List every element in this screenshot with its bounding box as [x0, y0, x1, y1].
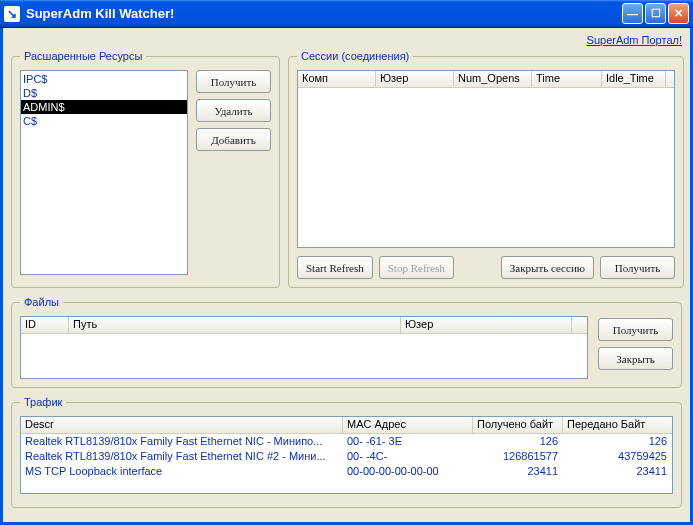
- traffic-body: Realtek RTL8139/810x Family Fast Etherne…: [21, 434, 672, 493]
- table-row: Realtek RTL8139/810x Family Fast Etherne…: [21, 434, 672, 449]
- col-descr[interactable]: Descr: [21, 417, 343, 433]
- close-button[interactable]: ✕: [668, 3, 689, 24]
- col-spacer: [666, 71, 674, 87]
- traffic-legend: Трафик: [20, 396, 66, 408]
- col-comp[interactable]: Комп: [298, 71, 376, 87]
- close-session-button[interactable]: Закрыть сессию: [501, 256, 594, 279]
- resources-get-button[interactable]: Получить: [196, 70, 271, 93]
- col-tx[interactable]: Передано Байт: [563, 417, 672, 433]
- col-time[interactable]: Time: [532, 71, 602, 87]
- traffic-group: Трафик Descr MAC Адрес Получено байт Пер…: [11, 396, 682, 508]
- col-id[interactable]: ID: [21, 317, 69, 333]
- list-item[interactable]: C$: [21, 114, 187, 128]
- start-refresh-button[interactable]: Start Refresh: [297, 256, 373, 279]
- app-icon: ↘: [4, 6, 20, 22]
- traffic-listview[interactable]: Descr MAC Адрес Получено байт Передано Б…: [20, 416, 673, 494]
- col-rx[interactable]: Получено байт: [473, 417, 563, 433]
- top-link-bar: SuperAdm Портал!: [11, 32, 682, 50]
- titlebar: ↘ SuperAdm Kill Watcher! — ☐ ✕: [0, 0, 693, 28]
- sessions-legend: Сессии (соединения): [297, 50, 413, 62]
- resources-delete-button[interactable]: Удалить: [196, 99, 271, 122]
- minimize-button[interactable]: —: [622, 3, 643, 24]
- table-row: Realtek RTL8139/810x Family Fast Etherne…: [21, 449, 672, 464]
- col-idletime[interactable]: Idle_Time: [602, 71, 666, 87]
- resources-legend: Расшаренные Ресурсы: [20, 50, 146, 62]
- files-close-button[interactable]: Закрыть: [598, 347, 673, 370]
- table-row: MS TCP Loopback interface 00-00-00-00-00…: [21, 464, 672, 479]
- files-listview[interactable]: ID Путь Юзер: [20, 316, 588, 379]
- resources-listbox[interactable]: IPC$ D$ ADMIN$ C$: [20, 70, 188, 275]
- traffic-header: Descr MAC Адрес Получено байт Передано Б…: [21, 417, 672, 434]
- list-item[interactable]: IPC$: [21, 72, 187, 86]
- resources-group: Расшаренные Ресурсы IPC$ D$ ADMIN$ C$ По…: [11, 50, 280, 288]
- sessions-get-button[interactable]: Получить: [600, 256, 675, 279]
- client-area: SuperAdm Портал! Расшаренные Ресурсы IPC…: [0, 28, 693, 525]
- sessions-listview[interactable]: Комп Юзер Num_Opens Time Idle_Time: [297, 70, 675, 248]
- sessions-header: Комп Юзер Num_Opens Time Idle_Time: [298, 71, 674, 88]
- col-user[interactable]: Юзер: [401, 317, 572, 333]
- sessions-body: [298, 88, 674, 247]
- col-numopens[interactable]: Num_Opens: [454, 71, 532, 87]
- portal-link[interactable]: SuperAdm Портал!: [587, 34, 682, 46]
- files-header: ID Путь Юзер: [21, 317, 587, 334]
- col-path[interactable]: Путь: [69, 317, 401, 333]
- files-body: [21, 334, 587, 378]
- col-spacer: [572, 317, 587, 333]
- files-get-button[interactable]: Получить: [598, 318, 673, 341]
- files-group: Файлы ID Путь Юзер Получить Закрыть: [11, 296, 682, 388]
- sessions-group: Сессии (соединения) Комп Юзер Num_Opens …: [288, 50, 684, 288]
- window-title: SuperAdm Kill Watcher!: [26, 6, 620, 21]
- list-item[interactable]: ADMIN$: [21, 100, 187, 114]
- list-item[interactable]: D$: [21, 86, 187, 100]
- maximize-button[interactable]: ☐: [645, 3, 666, 24]
- col-mac[interactable]: MAC Адрес: [343, 417, 473, 433]
- files-legend: Файлы: [20, 296, 63, 308]
- stop-refresh-button[interactable]: Stop Refresh: [379, 256, 454, 279]
- col-user[interactable]: Юзер: [376, 71, 454, 87]
- resources-add-button[interactable]: Добавить: [196, 128, 271, 151]
